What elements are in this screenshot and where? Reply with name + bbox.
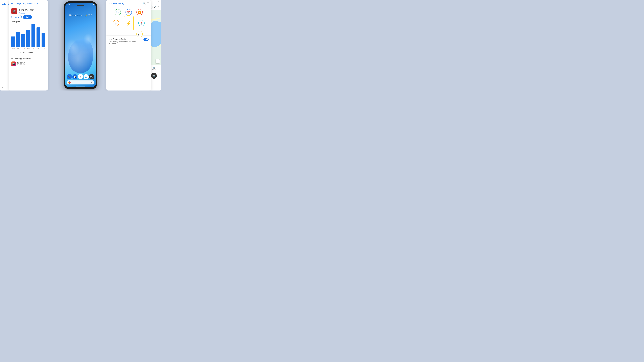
transit-label: Transit <box>152 69 156 70</box>
play-filter[interactable]: Time spent ▾ <box>9 20 48 24</box>
chart-labels: Mon Tue Wed Thu Fri Sat Sun <box>9 47 48 49</box>
bar-mon <box>11 36 15 47</box>
instagram-item[interactable]: 📷 Instagram 28 minutes <box>11 61 46 66</box>
filter-label: Time spent <box>11 21 20 23</box>
camera-icon[interactable]: 📷 <box>89 74 94 79</box>
phone-date: Monday, Aug 6 <box>69 14 82 16</box>
bar-fri <box>32 24 35 47</box>
transit-icon: 🚌 <box>152 66 156 69</box>
transit-nav[interactable]: 🚌 Transit <box>152 66 156 70</box>
wifi-icon: ▲ <box>90 4 91 5</box>
instagram-icon: 📷 <box>11 61 16 66</box>
connector2 <box>133 12 136 12</box>
date-label: Mon , Aug 6 <box>23 51 33 53</box>
bar-sat <box>36 27 40 47</box>
separator: | <box>83 14 83 16</box>
phone-wallpaper <box>65 16 96 73</box>
date-prev-icon[interactable]: ‹ <box>20 51 21 53</box>
label-sat: Sat <box>36 47 40 49</box>
play-store-icon[interactable]: ▶ <box>78 74 83 79</box>
instagram-time: 28 minutes <box>17 64 25 66</box>
home-icons-row: 📞 💬 ▶ 🌐 📷 <box>65 73 96 80</box>
phone-outer: 9:00 ▲ ▲ ▮ Monday, Aug 6 | 🌙 85°F <box>64 1 97 89</box>
use-adaptive-section: Use Adaptive Battery Limit battery for a… <box>106 35 151 47</box>
battery-header-icons: 🔍 ? <box>143 2 149 5</box>
connector <box>122 12 125 12</box>
messages-icon[interactable]: 💬 <box>72 74 78 79</box>
camera-app-icon[interactable]: 📷 <box>151 73 157 79</box>
use-adaptive-title: Use Adaptive Battery <box>109 38 138 40</box>
bar-wed <box>21 34 25 47</box>
signal-icon: ▲ <box>92 4 93 5</box>
play-panel-title: Google Play Movies & TV <box>15 2 38 5</box>
mic-icon[interactable]: 🎤 <box>90 81 93 83</box>
date-nav: ‹ Mon , Aug 6 › <box>9 49 48 55</box>
phone-time: 9:00 <box>67 4 70 5</box>
play-duration: 4 hr 29 min <box>19 8 34 12</box>
battery-panel-title: Adaptive Battery <box>109 2 124 4</box>
back-icon[interactable]: ← <box>11 2 13 5</box>
adaptive-battery-panel: Adaptive Battery 🔍 ? ✉️ 📅 ▶️ 🏃 ⚡ 📍 <box>106 0 151 90</box>
battery-diagram: ✉️ 📅 ▶️ 🏃 ⚡ 📍 💬 <box>106 7 151 35</box>
app-circle-mail: ✉️ <box>114 9 121 15</box>
phone-date-weather: Monday, Aug 6 | 🌙 85°F <box>65 5 96 16</box>
battery-icon-maps: ▮ <box>158 1 159 2</box>
show-dashboard-item[interactable]: ⊞ Show app dashboard <box>11 57 46 61</box>
phone-search-bar[interactable]: 🎤 <box>66 80 94 84</box>
label-fri: Fri <box>32 47 35 49</box>
tab-daily[interactable]: Daily <box>23 15 32 19</box>
chrome-icon[interactable]: 🌐 <box>84 74 89 79</box>
moon-icon: 🌙 <box>84 14 87 16</box>
dashboard-label: Show app dashboard <box>14 57 31 59</box>
phone-screen: 9:00 ▲ ▲ ▮ Monday, Aug 6 | 🌙 85°F <box>65 3 96 87</box>
help-icon[interactable]: ? <box>147 2 149 5</box>
bar-tue <box>16 32 20 47</box>
nav-prev-icon[interactable]: ‹ <box>2 86 3 89</box>
bar-sun <box>42 33 46 47</box>
label-sun: Sun <box>42 47 46 49</box>
battery-icon: ▮ <box>93 4 94 5</box>
play-tabs: Hourly Daily <box>9 15 48 19</box>
play-period: This week <box>19 12 34 14</box>
play-header: ← Google Play Movies & TV <box>9 0 48 7</box>
app-circle-msg: 💬 <box>136 31 143 37</box>
app-circle-youtube: ▶️ <box>136 9 143 15</box>
phone-device: 9:00 ▲ ▲ ▮ Monday, Aug 6 | 🌙 85°F <box>64 1 97 89</box>
app-circle-maps: 📍 <box>138 20 144 26</box>
app-circle-fitness: 🏃 <box>113 20 119 26</box>
use-adaptive-desc: Limit battery for apps that you don't us… <box>109 41 138 45</box>
label-mon: Mon <box>11 47 15 49</box>
bottom-nav-indicator <box>26 89 31 89</box>
dashboard-icon: ⊞ <box>11 57 13 60</box>
status-icons: ▲ ▲ ▮ <box>90 4 94 5</box>
phone-temp: 85°F <box>88 14 92 16</box>
phone-speaker <box>77 5 84 6</box>
label-wed: Wed <box>21 47 25 49</box>
paint-splash-2 <box>84 33 93 45</box>
adaptive-battery-toggle[interactable] <box>144 38 149 41</box>
wifi-icon-maps: ▲ <box>154 1 156 2</box>
battery-bottom-nav: ‹ <box>106 87 151 89</box>
play-movies-icon: 🎬 <box>11 8 17 14</box>
bar-thu <box>26 30 30 47</box>
maps-close-icon[interactable]: ✕ <box>158 5 159 8</box>
battery-back-icon[interactable]: ‹ <box>109 87 110 89</box>
phone-icon[interactable]: 📞 <box>67 74 72 79</box>
connector4 <box>134 23 138 23</box>
filter-arrow-icon: ▾ <box>20 21 21 23</box>
label-thu: Thu <box>26 47 30 49</box>
play-movies-panel: ← Google Play Movies & TV 🎬 4 hr 29 min … <box>9 0 48 90</box>
app-circle-calendar: 📅 <box>126 9 132 15</box>
battery-header: Adaptive Battery 🔍 ? <box>106 0 151 7</box>
date-next-icon[interactable]: › <box>36 51 36 53</box>
search-icon[interactable]: 🔍 <box>143 2 146 5</box>
location-button[interactable]: ◎ <box>156 59 160 63</box>
maps-mic-icon[interactable]: 🎤 <box>154 5 156 8</box>
signal-icon-maps: ▲ <box>156 1 158 2</box>
label-tue: Tue <box>16 47 20 49</box>
battery-center: ⚡ <box>124 16 134 30</box>
home-indicator <box>76 86 85 86</box>
instagram-name: Instagram <box>17 62 25 64</box>
play-time-section: 🎬 4 hr 29 min This week <box>9 7 48 15</box>
tab-hourly[interactable]: Hourly <box>11 15 22 19</box>
